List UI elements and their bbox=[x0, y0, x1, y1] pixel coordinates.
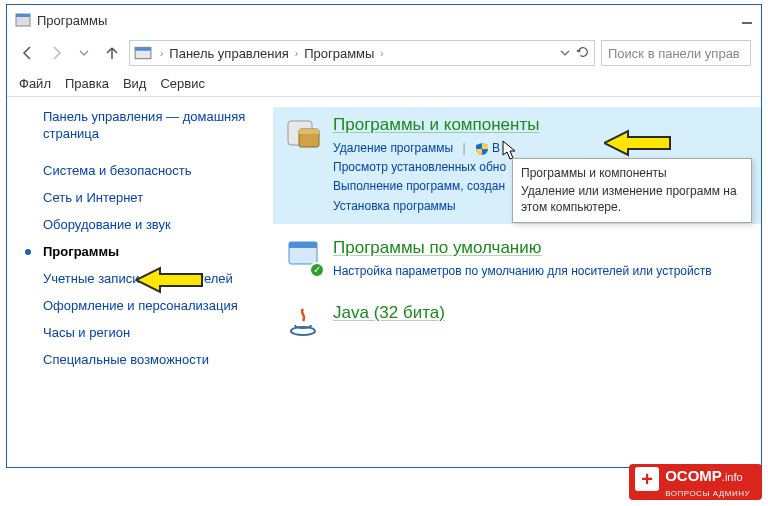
titlebar: Программы bbox=[7, 5, 761, 35]
chevron-right-icon[interactable]: › bbox=[291, 48, 302, 59]
link-run-programs[interactable]: Выполнение программ, создан bbox=[333, 179, 505, 193]
link-default-media[interactable]: Настройка параметров по умолчанию для но… bbox=[333, 264, 712, 278]
breadcrumb-dropdown[interactable] bbox=[560, 46, 570, 61]
control-panel-icon bbox=[134, 44, 152, 62]
tooltip: Программы и компоненты Удаление или изме… bbox=[512, 158, 752, 223]
sidebar-item-clock[interactable]: Часы и регион bbox=[25, 319, 255, 346]
forward-button[interactable] bbox=[45, 42, 67, 64]
chevron-right-icon[interactable]: › bbox=[156, 48, 167, 59]
back-button[interactable] bbox=[17, 42, 39, 64]
svg-marker-11 bbox=[136, 268, 202, 292]
programs-features-icon bbox=[285, 115, 321, 151]
menu-tools[interactable]: Сервис bbox=[160, 76, 205, 91]
sidebar-item-network[interactable]: Сеть и Интернет bbox=[25, 184, 255, 211]
default-programs-icon: ✓ bbox=[285, 238, 321, 274]
sidebar-item-accessibility[interactable]: Специальные возможности bbox=[25, 346, 255, 373]
link-uninstall-program[interactable]: Удаление программы bbox=[333, 141, 453, 155]
tooltip-title: Программы и компоненты bbox=[521, 165, 743, 181]
window-title: Программы bbox=[37, 13, 107, 28]
control-panel-window: Программы › Панель управления › Програм bbox=[6, 4, 762, 468]
section-title[interactable]: Программы и компоненты bbox=[333, 115, 539, 135]
search-input[interactable]: Поиск в панели управ bbox=[601, 40, 751, 66]
section-title[interactable]: Программы по умолчанию bbox=[333, 238, 542, 258]
watermark-brand: OCOMP bbox=[665, 467, 722, 484]
watermark-sub: ВОПРОСЫ АДМИНУ bbox=[665, 489, 750, 498]
window-icon bbox=[15, 12, 31, 28]
section-default-programs[interactable]: ✓ Программы по умолчанию Настройка парам… bbox=[273, 230, 761, 289]
chevron-right-icon[interactable]: › bbox=[376, 48, 387, 59]
menu-bar: Файл Правка Вид Сервис bbox=[7, 71, 761, 97]
watermark: + OCOMP.info ВОПРОСЫ АДМИНУ bbox=[629, 464, 762, 500]
svg-rect-7 bbox=[299, 129, 319, 134]
minimize-button[interactable] bbox=[741, 13, 753, 28]
up-button[interactable] bbox=[101, 42, 123, 64]
address-bar: › Панель управления › Программы › Поиск … bbox=[7, 35, 761, 71]
refresh-button[interactable] bbox=[576, 45, 590, 62]
history-dropdown[interactable] bbox=[73, 42, 95, 64]
tooltip-body: Удаление или изменение программ на этом … bbox=[521, 183, 743, 215]
section-title[interactable]: Java (32 бита) bbox=[333, 303, 445, 323]
breadcrumb-item[interactable]: Программы bbox=[304, 46, 374, 61]
plus-icon: + bbox=[635, 467, 659, 491]
sidebar-item-hardware[interactable]: Оборудование и звук bbox=[25, 211, 255, 238]
menu-edit[interactable]: Правка bbox=[65, 76, 109, 91]
menu-file[interactable]: Файл bbox=[19, 76, 51, 91]
sidebar-item-programs[interactable]: Программы bbox=[25, 238, 255, 265]
breadcrumb-item[interactable]: Панель управления bbox=[169, 46, 288, 61]
breadcrumb[interactable]: › Панель управления › Программы › bbox=[129, 40, 595, 66]
sidebar-home-link[interactable]: Панель управления — домашняя страница bbox=[25, 109, 255, 143]
java-icon bbox=[285, 303, 321, 339]
sidebar-item-appearance[interactable]: Оформление и персонализация bbox=[25, 292, 255, 319]
link-windows-features[interactable]: В bbox=[492, 141, 500, 155]
svg-rect-1 bbox=[16, 14, 30, 17]
watermark-domain: .info bbox=[722, 471, 743, 483]
annotation-arrow bbox=[136, 265, 206, 295]
check-icon: ✓ bbox=[309, 262, 325, 278]
svg-rect-9 bbox=[289, 242, 317, 248]
menu-view[interactable]: Вид bbox=[123, 76, 147, 91]
svg-marker-12 bbox=[604, 131, 670, 155]
link-view-updates[interactable]: Просмотр установленных обно bbox=[333, 160, 506, 174]
annotation-arrow bbox=[604, 128, 674, 158]
svg-rect-4 bbox=[135, 47, 151, 50]
sidebar: Панель управления — домашняя страница Си… bbox=[7, 97, 263, 467]
section-java[interactable]: Java (32 бита) bbox=[273, 295, 761, 347]
link-install-program[interactable]: Установка программы bbox=[333, 199, 456, 213]
sidebar-item-system[interactable]: Система и безопасность bbox=[25, 157, 255, 184]
shield-icon bbox=[475, 142, 489, 156]
